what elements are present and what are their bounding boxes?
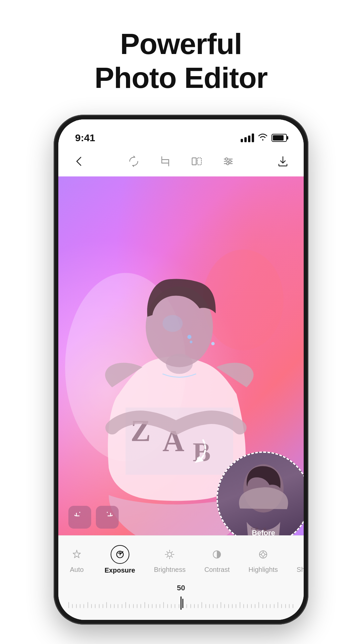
filter-button[interactable] <box>221 154 236 169</box>
exposure-label: Exposure <box>105 567 135 574</box>
svg-point-25 <box>168 552 172 556</box>
status-bar: 9:41 <box>58 119 304 146</box>
headline-line2: Photo Editor <box>95 61 267 95</box>
phone-frame: 9:41 <box>54 115 308 625</box>
svg-rect-1 <box>197 158 201 165</box>
brightness-label: Brightness <box>154 566 186 574</box>
before-photo: ZA <box>218 453 304 535</box>
svg-line-33 <box>167 556 168 557</box>
contrast-icon <box>208 546 226 563</box>
download-button[interactable] <box>276 154 290 169</box>
before-label: Before <box>252 529 275 535</box>
svg-point-6 <box>229 160 231 163</box>
slider-area[interactable]: 50 <box>58 580 304 620</box>
bottom-panel: Auto Exposure <box>58 535 304 620</box>
toolbar <box>58 146 304 176</box>
tools-row: Auto Exposure <box>58 536 304 580</box>
svg-line-30 <box>167 552 168 553</box>
flip-button[interactable] <box>189 154 204 169</box>
tool-shadows[interactable]: Shadows <box>287 543 304 576</box>
svg-point-36 <box>261 553 265 556</box>
battery-icon <box>272 134 287 142</box>
undo-redo-group <box>68 506 119 529</box>
exposure-icon <box>111 545 129 564</box>
tool-auto[interactable]: Auto <box>58 543 95 576</box>
tool-contrast[interactable]: Contrast <box>195 543 239 576</box>
tool-highlights[interactable]: Highlights <box>239 543 287 576</box>
redo-button[interactable] <box>96 506 119 529</box>
comparison-arrow <box>180 437 206 468</box>
screen: 9:41 <box>58 119 304 620</box>
auto-label: Auto <box>70 566 83 574</box>
svg-point-5 <box>225 158 228 160</box>
highlights-icon <box>254 546 272 563</box>
shadows-label: Shadows <box>297 566 304 574</box>
svg-point-16 <box>211 342 215 345</box>
contrast-label: Contrast <box>204 566 230 574</box>
headline-line1: Powerful <box>95 27 267 61</box>
headline: Powerful Photo Editor <box>95 27 267 95</box>
auto-icon <box>68 546 85 563</box>
svg-point-15 <box>163 315 183 332</box>
wifi-icon <box>258 133 267 143</box>
slider-track[interactable] <box>68 596 294 610</box>
status-icons <box>241 133 287 143</box>
slider-value: 50 <box>68 584 294 592</box>
undo-button[interactable] <box>68 506 91 529</box>
signal-icon <box>241 133 254 142</box>
tool-exposure[interactable]: Exposure <box>95 542 144 577</box>
svg-line-32 <box>172 552 173 553</box>
status-time: 9:41 <box>75 132 95 144</box>
svg-rect-0 <box>192 158 196 165</box>
shadows-icon <box>302 546 304 563</box>
svg-point-9 <box>203 250 284 351</box>
slider-needle <box>181 596 182 610</box>
tool-brightness[interactable]: Brightness <box>144 543 195 576</box>
before-person-image: ZA <box>220 455 304 535</box>
brightness-icon <box>161 546 178 563</box>
svg-point-7 <box>227 163 229 165</box>
back-button[interactable] <box>72 154 86 169</box>
highlights-label: Highlights <box>248 566 278 574</box>
before-comparison-circle[interactable]: ZA Before <box>217 451 304 535</box>
photo-area: Z A B <box>58 176 304 535</box>
svg-point-17 <box>187 335 191 339</box>
svg-point-18 <box>190 341 192 343</box>
svg-line-31 <box>172 556 173 557</box>
rotate-button[interactable] <box>126 154 141 169</box>
crop-button[interactable] <box>158 154 173 169</box>
